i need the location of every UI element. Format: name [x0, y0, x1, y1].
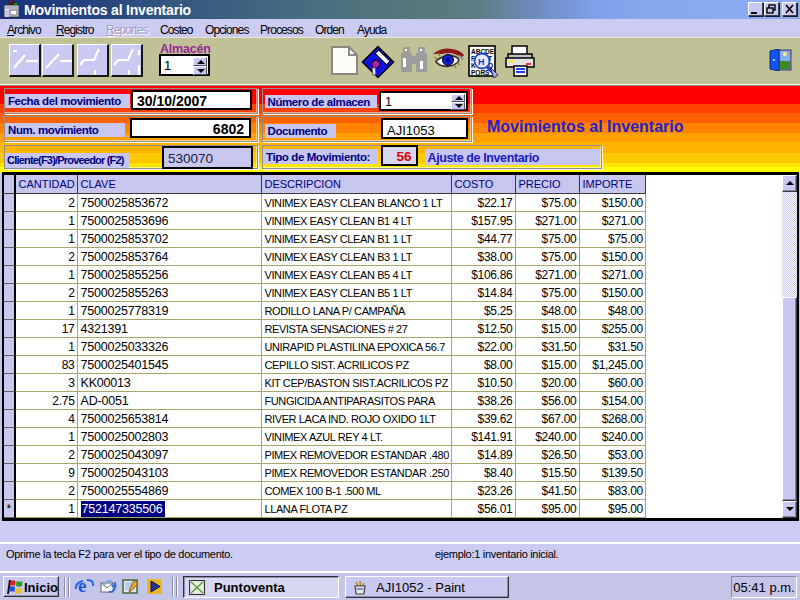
svg-text:H: H	[478, 57, 485, 67]
svg-text:PQRS: PQRS	[471, 69, 490, 77]
svg-text:e: e	[78, 576, 86, 596]
